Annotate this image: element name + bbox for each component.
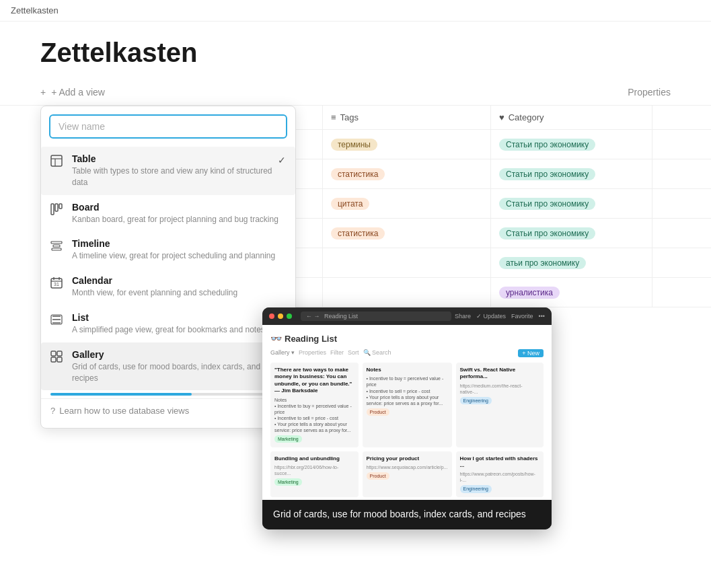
view-options-list: Table Table with types to store and view… (41, 147, 295, 390)
svg-rect-8 (52, 248, 61, 250)
tag-badge: термины (331, 139, 377, 151)
view-option-list-name: List (72, 312, 286, 323)
gallery-sim-title: Reading List (285, 334, 337, 344)
view-option-board-desc: Kanban board, great for project planning… (72, 214, 286, 225)
page-title: Zettelkasten (0, 22, 711, 79)
view-option-timeline-content: Timeline A timeline view, great for proj… (72, 238, 286, 262)
tag-badge: статистика (331, 168, 385, 180)
view-option-calendar-desc: Month view, for event planning and sched… (72, 287, 286, 299)
view-option-gallery[interactable]: Gallery Grid of cards, use for mood boar… (41, 342, 295, 391)
glasses-icon: 👓 (270, 333, 282, 344)
heart-icon: ♥ (499, 112, 504, 122)
view-option-board[interactable]: Board Kanban board, great for project pl… (41, 195, 295, 232)
main-area: ≡ Tags ♥ Category ...ик термины Статьи п… (0, 106, 711, 586)
cell-tags (323, 278, 491, 307)
chrome-close-dot (269, 314, 274, 319)
gallery-icon (50, 351, 64, 364)
gallery-sim: 👓 Reading List Gallery ▾ Properties Filt… (262, 325, 552, 500)
cell-category: атьи про экономику (491, 248, 652, 277)
gallery-card: Pricing your product https://www.sequoia… (363, 451, 452, 497)
gallery-card: How I got started with shaders ... https… (456, 451, 544, 497)
help-icon: ? (50, 406, 55, 416)
checkmark-icon: ✓ (278, 155, 286, 166)
table-icon (50, 155, 64, 168)
view-option-list-content: List A simplified page view, great for b… (72, 312, 286, 336)
svg-rect-19 (57, 351, 62, 356)
view-option-timeline[interactable]: Timeline A timeline view, great for proj… (41, 231, 295, 268)
board-icon (50, 203, 64, 217)
cell-category: Статьи про экономику (491, 219, 652, 248)
scrollbar-track (50, 393, 286, 396)
tag-badge: статистика (331, 227, 385, 240)
gallery-screenshot: 👓 Reading List Gallery ▾ Properties Filt… (262, 325, 552, 500)
url-bar: ← → Reading List (301, 311, 451, 321)
view-option-table-content: Table Table with types to store and view… (72, 153, 286, 188)
tags-icon: ≡ (331, 112, 336, 122)
url-text: Reading List (324, 313, 358, 320)
category-badge: Статьи про экономику (499, 227, 595, 240)
cell-tags: статистика (323, 159, 491, 188)
view-option-table[interactable]: Table Table with types to store and view… (41, 147, 295, 195)
view-option-table-name: Table (72, 153, 286, 164)
view-option-timeline-name: Timeline (72, 238, 286, 249)
view-option-calendar-name: Calendar (72, 275, 286, 286)
view-option-list[interactable]: List A simplified page view, great for b… (41, 305, 295, 342)
svg-rect-6 (51, 242, 62, 244)
view-option-timeline-desc: A timeline view, great for project sched… (72, 250, 286, 262)
view-option-calendar-content: Calendar Month view, for event planning … (72, 275, 286, 299)
svg-rect-7 (53, 245, 60, 247)
category-badge: атьи про экономику (499, 257, 586, 269)
svg-rect-3 (51, 204, 54, 215)
preview-footer-text: Grid of cards, use for mood boards, inde… (273, 508, 541, 521)
cell-category: Статьи про экономику (491, 189, 652, 218)
svg-rect-4 (55, 204, 58, 211)
preview-card-footer: Grid of cards, use for mood boards, inde… (262, 500, 552, 529)
cell-category: Статьи про экономику (491, 130, 652, 159)
timeline-icon (50, 240, 64, 253)
cell-tags: статистика (323, 219, 491, 248)
gallery-card: Bundling and unbundling https://hbr.org/… (270, 451, 359, 497)
view-option-list-desc: A simplified page view, great for bookma… (72, 324, 286, 336)
view-option-calendar[interactable]: 31 Calendar Month view, for event planni… (41, 268, 295, 305)
gallery-sim-toolbar: Gallery ▾ Properties Filter Sort 🔍 Searc… (270, 349, 544, 357)
svg-rect-18 (51, 351, 56, 356)
calendar-icon: 31 (50, 277, 64, 290)
view-option-gallery-content: Gallery Grid of cards, use for mood boar… (72, 349, 286, 384)
scrollbar-thumb[interactable] (50, 393, 192, 396)
svg-rect-21 (57, 357, 62, 362)
window-actions: Share ✓ Updates Favorite ••• (455, 313, 545, 320)
nav-arrows: ← → (306, 313, 320, 320)
gallery-preview-card: ← → Reading List Share ✓ Updates Favorit… (262, 307, 552, 529)
category-badge: Статьи про экономику (499, 168, 595, 180)
category-badge: Статьи про экономику (499, 198, 595, 210)
gallery-card: Swift vs. React Native performa... https… (456, 363, 544, 447)
window-chrome: ← → Reading List Share ✓ Updates Favorit… (262, 307, 552, 325)
cell-tags: цитата (323, 189, 491, 218)
cell-tags (323, 248, 491, 277)
add-view-button[interactable]: + + Add a view (40, 87, 105, 98)
gallery-card: Notes • Incentive to buy = perceived val… (363, 363, 452, 447)
col-tags: ≡ Tags (323, 106, 491, 129)
svg-text:31: 31 (54, 282, 59, 287)
svg-rect-0 (51, 155, 62, 166)
list-icon (50, 314, 64, 327)
top-bar: Zettelkasten (0, 0, 711, 22)
cell-tags: термины (323, 130, 491, 159)
view-type-dropdown: Table Table with types to store and view… (40, 106, 296, 429)
properties-button[interactable]: Properties (628, 87, 671, 98)
chrome-maximize-dot (287, 314, 292, 319)
view-option-gallery-name: Gallery (72, 349, 286, 360)
gallery-card: "There are two ways to make money in bus… (270, 363, 359, 447)
cell-category: урналистика (491, 278, 652, 307)
plus-icon: + (40, 87, 46, 98)
view-option-board-name: Board (72, 202, 286, 213)
view-option-board-content: Board Kanban board, great for project pl… (72, 202, 286, 225)
breadcrumb: Zettelkasten (11, 5, 59, 15)
category-badge: Статьи про экономику (499, 139, 595, 151)
tag-badge: цитата (331, 198, 369, 210)
view-option-gallery-desc: Grid of cards, use for mood boards, inde… (72, 361, 286, 384)
category-badge: урналистика (499, 287, 560, 299)
col-category: ♥ Category (491, 106, 652, 129)
view-name-input[interactable] (49, 114, 287, 139)
learn-link[interactable]: ? Learn how to use database views (41, 398, 295, 422)
